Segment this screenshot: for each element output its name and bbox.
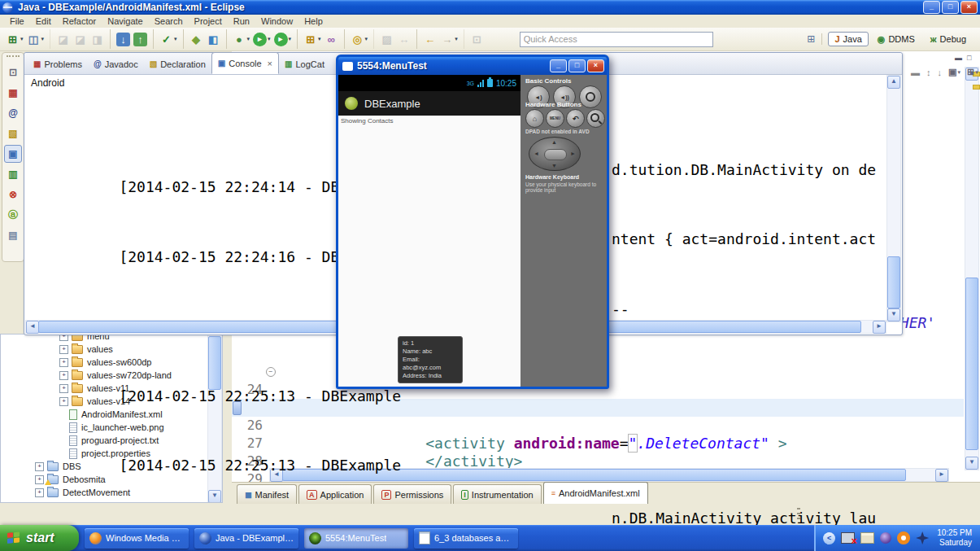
android-sdk-manager-icon[interactable]: ◧ <box>205 29 222 49</box>
close-icon[interactable]: × <box>268 59 272 68</box>
import-icon[interactable]: ↓ <box>110 29 132 49</box>
emulator-title-bar[interactable]: 5554:MenuTest _□× <box>338 57 607 75</box>
power-button[interactable] <box>579 85 602 108</box>
run-icon[interactable]: ► ▾ <box>251 29 272 49</box>
minimize-view-icon[interactable]: ▬ <box>955 54 962 62</box>
close-button[interactable]: × <box>960 1 978 14</box>
menu-item[interactable]: File <box>4 15 30 27</box>
home-button[interactable]: ⌂ <box>525 109 544 128</box>
console-tab[interactable]: ▧ Declaration <box>144 54 211 74</box>
logcat-view-icon[interactable]: ▥ <box>4 165 22 183</box>
new-java-project-icon[interactable]: ◫ ▾ <box>25 29 46 49</box>
dpad-center-button[interactable] <box>544 149 567 160</box>
menu-item[interactable]: Edit <box>30 15 57 27</box>
editor-tab[interactable]: I Instrumentation <box>453 484 541 504</box>
taskbar-item[interactable]: Windows Media Player <box>85 528 189 549</box>
perspective-button[interactable]: ◉ DDMS <box>871 32 921 47</box>
app-content[interactable]: Showing Contacts id: 1Name: abcEmail: ab… <box>338 116 520 387</box>
last-edit-location-icon[interactable]: ⊡ <box>464 29 486 49</box>
menu-item[interactable]: Run <box>228 15 255 27</box>
print-icon[interactable]: ◨ <box>89 29 106 49</box>
network-status-icon[interactable] <box>841 532 855 544</box>
start-button[interactable]: start <box>0 525 79 551</box>
tray-collapse-icon[interactable]: < <box>823 532 835 544</box>
new-java-class-icon[interactable]: ⊞ ▾ <box>297 29 323 49</box>
console-view-icon[interactable]: ▣ <box>4 145 22 163</box>
dpad-down-icon[interactable]: ▼ <box>551 163 557 168</box>
scroll-up-icon[interactable]: ▲ <box>887 76 900 89</box>
display-console-icon[interactable]: ▣ ▾ <box>948 67 960 77</box>
console-tab[interactable]: @ Javadoc <box>88 54 144 74</box>
dpad-right-icon[interactable]: ► <box>570 151 576 156</box>
back-button[interactable]: ↶ <box>566 109 585 128</box>
editor-vertical-scrollbar[interactable]: ▲ ▼ <box>965 67 979 470</box>
link-editor-icon[interactable]: ↔ <box>395 29 412 49</box>
new-wizard-icon[interactable]: ⊞ ▾ <box>4 29 25 49</box>
scrollbar-thumb[interactable] <box>965 278 978 450</box>
clear-console-icon[interactable]: ▬ <box>911 67 920 77</box>
emulator-screen[interactable]: 3G 10:25 DBExample Showing Contacts id: … <box>338 75 520 387</box>
scroll-lock-icon[interactable]: ↕ <box>926 67 931 77</box>
menu-item[interactable]: Refactor <box>57 15 102 27</box>
taskbar-item[interactable]: 6_3 databases andr... <box>414 528 518 549</box>
mail-tray-icon[interactable] <box>860 532 874 544</box>
console-vertical-scrollbar[interactable]: ▲ ▼ <box>886 75 901 322</box>
emulator-maximize-button[interactable]: □ <box>568 59 586 72</box>
taskbar-item[interactable]: 5554:MenuTest <box>304 528 408 549</box>
annotations-icon[interactable]: ▨ <box>373 29 395 49</box>
forward-icon[interactable]: → ▾ <box>438 29 460 49</box>
editor-tab[interactable]: ≡ AndroidManifest.xml <box>543 482 648 504</box>
dpad-left-icon[interactable]: ◄ <box>534 151 539 156</box>
console-tab[interactable]: ▥ LogCat <box>279 54 330 74</box>
console-tab[interactable]: ▣ Console × <box>211 52 279 74</box>
dpad-control[interactable]: ▲ ▼ ◄ ► <box>529 137 581 171</box>
emulator-close-button[interactable]: × <box>587 59 604 72</box>
minimize-button[interactable]: _ <box>923 1 940 14</box>
table-view-icon[interactable]: ▤ <box>4 226 22 244</box>
sync-tray-icon[interactable] <box>880 532 891 544</box>
pin-console-icon[interactable]: ↓ <box>938 67 943 77</box>
open-perspective-icon[interactable]: ⊞ <box>805 33 822 45</box>
menu-button[interactable]: MENU <box>546 109 564 128</box>
scrollbar-thumb[interactable] <box>887 256 900 308</box>
error-log-view-icon[interactable]: ⊗ <box>4 186 22 203</box>
perspective-button[interactable]: ж Debug <box>924 32 973 46</box>
antivirus-tray-icon[interactable] <box>897 531 910 544</box>
declaration-view-icon[interactable]: ▧ <box>4 125 22 142</box>
console-tab[interactable]: ▦ Problems <box>28 54 88 74</box>
scroll-left-icon[interactable]: ◄ <box>26 321 39 334</box>
menu-item[interactable]: Help <box>298 15 329 27</box>
scroll-right-icon[interactable]: ► <box>873 321 886 334</box>
menu-item[interactable]: Project <box>189 15 228 27</box>
scroll-down-icon[interactable]: ▼ <box>887 308 900 321</box>
save-all-icon[interactable]: ◪ <box>72 29 89 49</box>
menu-item[interactable]: Window <box>255 15 298 27</box>
emulator-minimize-button[interactable]: _ <box>550 59 567 72</box>
restore-button[interactable]: □ <box>942 1 959 14</box>
android-view-icon[interactable]: ⓐ <box>4 206 22 224</box>
star-tray-icon[interactable] <box>916 531 929 544</box>
scroll-right-icon[interactable]: ► <box>935 469 948 482</box>
run-config-icon[interactable]: ► ▾ <box>272 29 294 49</box>
scroll-down-icon[interactable]: ▼ <box>965 457 978 470</box>
quick-access-input[interactable] <box>520 32 713 47</box>
new-android-project-icon[interactable]: ◆ <box>183 29 205 49</box>
verify-icon[interactable]: ✓ ▾ <box>153 29 179 49</box>
menu-item[interactable]: Navigate <box>102 15 148 27</box>
debug-icon[interactable]: ● ▾ <box>226 29 252 49</box>
open-console-icon[interactable]: ⊞ ▾ <box>967 67 978 77</box>
menu-item[interactable]: Search <box>149 15 189 27</box>
search-icon[interactable]: ◎ ▾ <box>344 29 370 49</box>
dpad-up-icon[interactable]: ▲ <box>551 139 557 145</box>
javadoc-view-icon[interactable]: @ <box>4 104 22 122</box>
export-icon[interactable]: ↑ <box>132 29 149 49</box>
search-button[interactable] <box>586 109 605 128</box>
perspective-button[interactable]: J Java <box>828 32 868 46</box>
taskbar-item[interactable]: Java - DBExample/A... <box>194 528 298 549</box>
restore-view-icon[interactable]: ⊡ <box>4 63 22 81</box>
back-icon[interactable]: ← <box>416 29 438 49</box>
problems-view-icon[interactable]: ▦ <box>4 84 22 102</box>
save-icon[interactable]: ◪ <box>50 29 72 49</box>
maximize-view-icon[interactable]: □ <box>967 54 971 62</box>
open-type-icon[interactable]: ∞ <box>323 29 340 49</box>
